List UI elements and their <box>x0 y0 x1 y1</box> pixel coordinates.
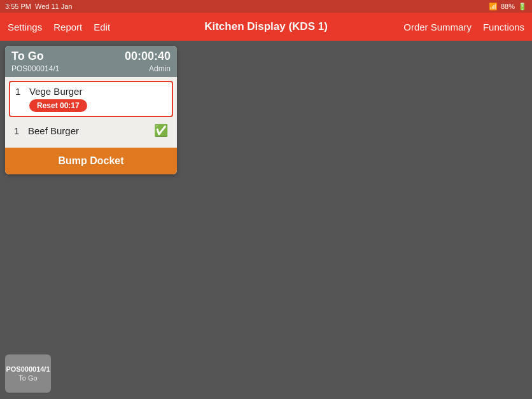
done-checkmark-icon: ✅ <box>154 123 168 137</box>
nav-right: Order Summary Functions <box>402 19 526 35</box>
card-header-right: 00:00:40 Admin <box>125 50 171 73</box>
reset-badge[interactable]: Reset 00:17 <box>15 97 167 112</box>
item-qty-2: 1 <box>14 125 23 136</box>
battery-text: 88% <box>501 3 515 10</box>
page-title: Kitchen Display (KDS 1) <box>204 20 328 32</box>
functions-button[interactable]: Functions <box>482 19 526 35</box>
status-left: 3:55 PM Wed 11 Jan <box>5 3 72 10</box>
item-row-2: 1 Beef Burger ✅ <box>14 123 168 137</box>
wifi-icon: 📶 <box>489 3 498 11</box>
battery-icon: 🔋 <box>518 3 527 11</box>
status-time: 3:55 PM <box>5 3 31 10</box>
settings-button[interactable]: Settings <box>6 19 43 35</box>
order-type: To Go <box>11 50 59 63</box>
order-item-1[interactable]: 1 Vege Burger Reset 00:17 <box>9 81 173 117</box>
order-summary-button[interactable]: Order Summary <box>402 19 473 35</box>
status-date: Wed 11 Jan <box>35 3 73 10</box>
thumb-order-id: POS000014/1 <box>6 365 50 373</box>
status-right: 📶 88% 🔋 <box>489 3 527 11</box>
bump-docket-button[interactable]: Bump Docket <box>5 148 177 174</box>
order-item-2[interactable]: 1 Beef Burger ✅ <box>9 120 173 141</box>
nav-bar: Settings Report Edit Kitchen Display (KD… <box>0 13 532 41</box>
report-button[interactable]: Report <box>52 19 83 35</box>
status-bar: 3:55 PM Wed 11 Jan 📶 88% 🔋 <box>0 0 532 13</box>
nav-center: Kitchen Display (KDS 1) <box>204 20 328 33</box>
order-card: To Go POS000014/1 00:00:40 Admin 1 Vege … <box>5 46 177 174</box>
main-content: To Go POS000014/1 00:00:40 Admin 1 Vege … <box>0 41 532 399</box>
item-qty-1: 1 <box>15 86 24 97</box>
item-name-1: Vege Burger <box>29 86 167 97</box>
nav-left: Settings Report Edit <box>6 19 111 35</box>
item-row-1: 1 Vege Burger <box>15 86 167 97</box>
order-thumbnail[interactable]: POS000014/1 To Go <box>5 354 51 393</box>
staff-name: Admin <box>125 64 171 73</box>
card-header-left: To Go POS000014/1 <box>11 50 59 73</box>
edit-button[interactable]: Edit <box>92 19 111 35</box>
timer: 00:00:40 <box>125 50 171 63</box>
item-name-2: Beef Burger <box>28 125 149 136</box>
order-id: POS000014/1 <box>11 64 59 73</box>
thumb-order-type: To Go <box>18 374 37 382</box>
card-header: To Go POS000014/1 00:00:40 Admin <box>5 46 177 77</box>
reset-label[interactable]: Reset 00:17 <box>29 99 87 112</box>
card-body: 1 Vege Burger Reset 00:17 1 Beef Burger … <box>5 77 177 148</box>
